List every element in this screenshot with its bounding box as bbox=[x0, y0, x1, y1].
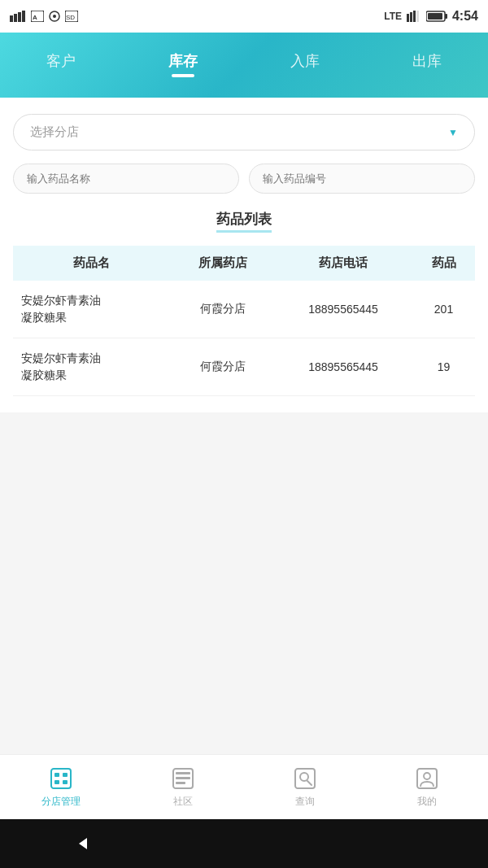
drug-name-input[interactable] bbox=[13, 164, 239, 194]
sd-icon: SD bbox=[65, 11, 78, 22]
signal-bar-icon bbox=[407, 11, 421, 22]
svg-rect-25 bbox=[176, 782, 185, 784]
nav-item-community[interactable]: 社区 bbox=[122, 765, 244, 809]
svg-rect-23 bbox=[176, 772, 190, 774]
bottom-nav: 分店管理 社区 查询 bbox=[0, 754, 488, 819]
status-bar: A SD LTE 4:54 bbox=[0, 0, 488, 33]
svg-rect-18 bbox=[54, 773, 59, 777]
svg-rect-0 bbox=[10, 15, 13, 22]
branch-select-dropdown[interactable]: 选择分店 ▼ bbox=[13, 114, 475, 150]
drug-code-input[interactable] bbox=[249, 164, 475, 194]
svg-text:A: A bbox=[33, 14, 37, 21]
time-display: 4:54 bbox=[452, 9, 478, 24]
svg-point-27 bbox=[300, 773, 308, 781]
svg-rect-2 bbox=[18, 12, 21, 22]
community-icon bbox=[170, 765, 196, 792]
cell-phone: 18895565445 bbox=[274, 338, 412, 396]
header-tab-bar: 客户 库存 入库 出库 bbox=[0, 33, 488, 98]
drug-table: 药品名 所属药店 药店电话 药品 安媞尔虾青素油凝胶糖果何霞分店18895565… bbox=[13, 246, 475, 396]
nav-item-mine[interactable]: 我的 bbox=[366, 765, 488, 809]
cell-code: 19 bbox=[412, 338, 475, 396]
cell-pharmacy: 何霞分店 bbox=[171, 281, 274, 338]
col-drug-name: 药品名 bbox=[13, 246, 171, 281]
nav-item-query[interactable]: 查询 bbox=[244, 765, 366, 809]
col-pharmacy: 所属药店 bbox=[171, 246, 274, 281]
svg-rect-11 bbox=[410, 12, 412, 22]
svg-point-7 bbox=[53, 15, 56, 18]
svg-rect-12 bbox=[413, 11, 416, 22]
back-button[interactable] bbox=[69, 831, 94, 856]
svg-rect-1 bbox=[14, 14, 17, 22]
search-row bbox=[13, 164, 475, 194]
table-row[interactable]: 安媞尔虾青素油凝胶糖果何霞分店1889556544519 bbox=[13, 338, 475, 396]
android-bottom-bar bbox=[0, 819, 488, 868]
nav-label-query: 查询 bbox=[295, 795, 315, 809]
battery-icon bbox=[426, 11, 447, 22]
section-title-wrap: 药品列表 bbox=[13, 210, 475, 233]
main-content: 选择分店 ▼ 药品列表 药品名 所属药店 药店电话 药品 安媞尔虾青素油凝胶糖果… bbox=[0, 98, 488, 412]
signal-icon bbox=[10, 11, 26, 22]
branch-select-label: 选择分店 bbox=[30, 124, 79, 140]
status-icons-left: A SD bbox=[10, 11, 78, 22]
svg-rect-13 bbox=[416, 11, 419, 22]
nav-label-branch: 分店管理 bbox=[41, 795, 81, 809]
recents-button[interactable] bbox=[394, 831, 419, 856]
tab-outbound[interactable]: 出库 bbox=[366, 51, 488, 79]
svg-rect-19 bbox=[63, 773, 68, 777]
cell-code: 201 bbox=[412, 281, 475, 338]
lte-label: LTE bbox=[384, 11, 402, 22]
cell-phone: 18895565445 bbox=[274, 281, 412, 338]
col-code: 药品 bbox=[412, 246, 475, 281]
query-icon bbox=[292, 765, 318, 792]
svg-rect-16 bbox=[428, 13, 442, 20]
nav-item-branch[interactable]: 分店管理 bbox=[0, 765, 122, 809]
table-row[interactable]: 安媞尔虾青素油凝胶糖果何霞分店18895565445201 bbox=[13, 281, 475, 338]
svg-rect-3 bbox=[22, 11, 25, 22]
table-header-row: 药品名 所属药店 药店电话 药品 bbox=[13, 246, 475, 281]
status-right: LTE 4:54 bbox=[384, 9, 478, 24]
cell-pharmacy: 何霞分店 bbox=[171, 338, 274, 396]
svg-rect-21 bbox=[63, 780, 68, 784]
svg-rect-20 bbox=[54, 780, 59, 784]
dropdown-arrow-icon: ▼ bbox=[448, 127, 458, 138]
drug-list-title: 药品列表 bbox=[216, 210, 272, 233]
branch-icon bbox=[48, 765, 74, 792]
tab-inbound[interactable]: 入库 bbox=[244, 51, 366, 79]
nav-label-community: 社区 bbox=[173, 795, 193, 809]
nav-label-mine: 我的 bbox=[417, 795, 437, 809]
mine-icon bbox=[414, 765, 440, 792]
dot-icon bbox=[49, 11, 60, 22]
svg-point-30 bbox=[424, 773, 430, 779]
col-phone: 药店电话 bbox=[274, 246, 412, 281]
svg-line-28 bbox=[307, 781, 312, 785]
svg-text:SD: SD bbox=[66, 14, 75, 21]
svg-rect-24 bbox=[176, 777, 190, 779]
svg-rect-10 bbox=[407, 14, 409, 22]
svg-rect-17 bbox=[51, 769, 71, 788]
cell-drug-name: 安媞尔虾青素油凝胶糖果 bbox=[13, 281, 171, 338]
svg-rect-15 bbox=[445, 14, 447, 19]
tab-customers[interactable]: 客户 bbox=[0, 51, 122, 79]
cell-drug-name: 安媞尔虾青素油凝胶糖果 bbox=[13, 338, 171, 396]
sim-icon: A bbox=[31, 11, 44, 22]
svg-marker-31 bbox=[79, 838, 87, 849]
home-button[interactable] bbox=[232, 831, 256, 856]
tab-inventory[interactable]: 库存 bbox=[122, 51, 244, 79]
